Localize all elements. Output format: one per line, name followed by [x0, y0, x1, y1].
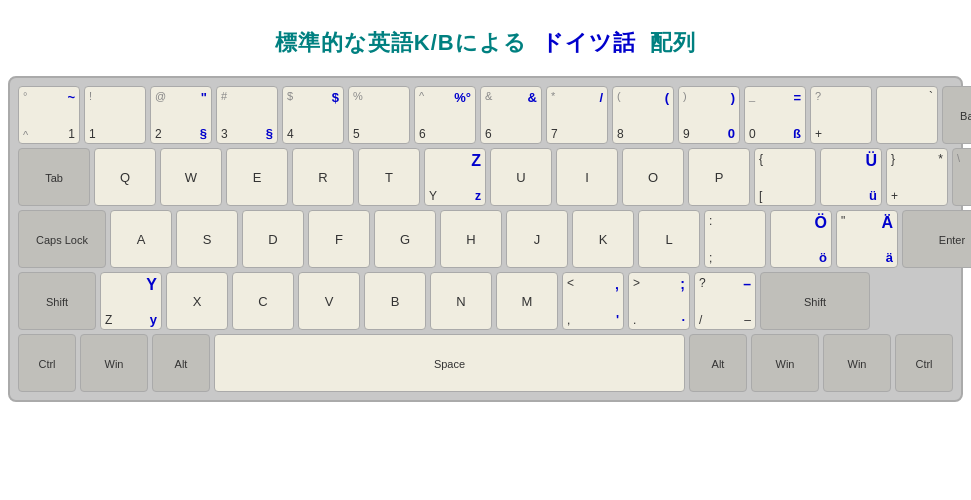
- key-umlaut-u[interactable]: Ü ü: [820, 148, 882, 206]
- key-ctrl-left[interactable]: Ctrl: [18, 334, 76, 392]
- key-n[interactable]: N: [430, 272, 492, 330]
- key-6[interactable]: ^ %° 6: [414, 86, 476, 144]
- key-bracket-l[interactable]: { [: [754, 148, 816, 206]
- key-win-right2[interactable]: Win: [823, 334, 891, 392]
- key-d[interactable]: D: [242, 210, 304, 268]
- page-title: 標準的な英語K/Bによる ドイツ話 配列: [275, 28, 696, 58]
- key-shift-left[interactable]: Shift: [18, 272, 96, 330]
- key-backspace[interactable]: Backspace: [942, 86, 971, 144]
- asdf-row: Caps Lock A S D F G H J K L: [18, 210, 953, 268]
- key-quote[interactable]: " Ä ä: [836, 210, 898, 268]
- number-row: ° ~ ^ 1 ! 1: [18, 86, 953, 144]
- key-win-left[interactable]: Win: [80, 334, 148, 392]
- key-bracket-r[interactable]: } * +: [886, 148, 948, 206]
- key-a[interactable]: A: [110, 210, 172, 268]
- key-tab[interactable]: Tab: [18, 148, 90, 206]
- key-u[interactable]: U: [490, 148, 552, 206]
- key-period[interactable]: > ; . ·: [628, 272, 690, 330]
- key-ctrl-right[interactable]: Ctrl: [895, 334, 953, 392]
- key-l[interactable]: L: [638, 210, 700, 268]
- key-enter[interactable]: Enter: [902, 210, 971, 268]
- key-g[interactable]: G: [374, 210, 436, 268]
- zxcv-row: Shift Y Z y X C V B: [18, 272, 953, 330]
- key-k[interactable]: K: [572, 210, 634, 268]
- key-3[interactable]: # 3 §: [216, 86, 278, 144]
- key-minus[interactable]: _ = 0 ß: [744, 86, 806, 144]
- key-f[interactable]: F: [308, 210, 370, 268]
- key-equal[interactable]: ? +: [810, 86, 872, 144]
- key-c[interactable]: C: [232, 272, 294, 330]
- key-1[interactable]: ! 1: [84, 86, 146, 144]
- key-2[interactable]: @ " 2 §: [150, 86, 212, 144]
- key-e[interactable]: E: [226, 148, 288, 206]
- key-capslock[interactable]: Caps Lock: [18, 210, 106, 268]
- key-space[interactable]: Space: [214, 334, 685, 392]
- key-9[interactable]: ( ( 8: [612, 86, 674, 144]
- key-r[interactable]: R: [292, 148, 354, 206]
- key-alt-left[interactable]: Alt: [152, 334, 210, 392]
- key-backslash[interactable]: \ ' #: [952, 148, 971, 206]
- key-v[interactable]: V: [298, 272, 360, 330]
- key-umlaut-o[interactable]: Ö ö: [770, 210, 832, 268]
- key-0[interactable]: ) ) 9 0: [678, 86, 740, 144]
- key-tilde[interactable]: ° ~ ^ 1: [18, 86, 80, 144]
- key-5[interactable]: % 5: [348, 86, 410, 144]
- key-p[interactable]: P: [688, 148, 750, 206]
- key-backtick[interactable]: `: [876, 86, 938, 144]
- key-win-right[interactable]: Win: [751, 334, 819, 392]
- key-t[interactable]: T: [358, 148, 420, 206]
- key-h[interactable]: H: [440, 210, 502, 268]
- key-i[interactable]: I: [556, 148, 618, 206]
- key-x[interactable]: X: [166, 272, 228, 330]
- keyboard: ° ~ ^ 1 ! 1: [8, 76, 963, 402]
- key-7[interactable]: & & 6: [480, 86, 542, 144]
- key-y[interactable]: Z Y z: [424, 148, 486, 206]
- key-o[interactable]: O: [622, 148, 684, 206]
- key-b[interactable]: B: [364, 272, 426, 330]
- key-s[interactable]: S: [176, 210, 238, 268]
- key-alt-right[interactable]: Alt: [689, 334, 747, 392]
- key-8[interactable]: * / 7: [546, 86, 608, 144]
- qwerty-row: Tab Q W E R T Z Y z: [18, 148, 953, 206]
- key-j[interactable]: J: [506, 210, 568, 268]
- key-q[interactable]: Q: [94, 148, 156, 206]
- key-4[interactable]: $ $ 4: [282, 86, 344, 144]
- key-slash[interactable]: ? – / –: [694, 272, 756, 330]
- key-m[interactable]: M: [496, 272, 558, 330]
- key-w[interactable]: W: [160, 148, 222, 206]
- key-semicolon[interactable]: : ;: [704, 210, 766, 268]
- key-comma[interactable]: < ‚ , ': [562, 272, 624, 330]
- bottom-row: Ctrl Win Alt Space Alt Win Win Ctrl: [18, 334, 953, 392]
- key-shift-right[interactable]: Shift: [760, 272, 870, 330]
- key-z[interactable]: Y Z y: [100, 272, 162, 330]
